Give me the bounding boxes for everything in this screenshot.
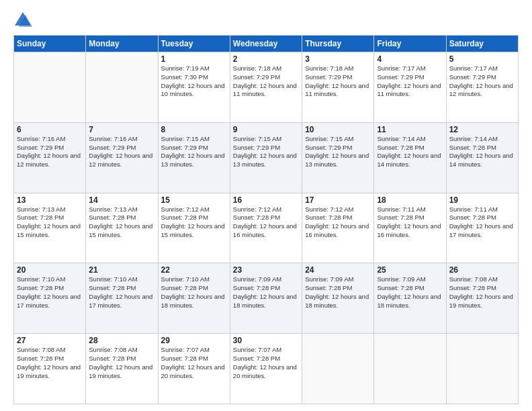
calendar-cell: 16Sunrise: 7:12 AM Sunset: 7:28 PM Dayli… [230, 193, 302, 263]
day-number: 21 [89, 265, 154, 275]
cell-info: Sunrise: 7:15 AM Sunset: 7:29 PM Dayligh… [161, 135, 227, 169]
calendar-header: SundayMondayTuesdayWednesdayThursdayFrid… [14, 36, 519, 52]
calendar-cell [86, 52, 158, 123]
day-number: 13 [17, 195, 83, 205]
cell-info: Sunrise: 7:16 AM Sunset: 7:29 PM Dayligh… [89, 135, 154, 169]
calendar-cell: 1Sunrise: 7:19 AM Sunset: 7:30 PM Daylig… [158, 52, 230, 123]
day-number: 6 [17, 125, 83, 134]
calendar-cell: 7Sunrise: 7:16 AM Sunset: 7:29 PM Daylig… [86, 122, 158, 193]
day-number: 18 [377, 195, 443, 205]
cell-info: Sunrise: 7:11 AM Sunset: 7:28 PM Dayligh… [377, 205, 443, 240]
calendar-cell: 26Sunrise: 7:08 AM Sunset: 7:28 PM Dayli… [446, 263, 518, 334]
cell-info: Sunrise: 7:13 AM Sunset: 7:28 PM Dayligh… [89, 205, 154, 240]
calendar-week-3: 13Sunrise: 7:13 AM Sunset: 7:28 PM Dayli… [14, 193, 519, 263]
weekday-header-thursday: Thursday [302, 36, 374, 52]
calendar-cell: 6Sunrise: 7:16 AM Sunset: 7:29 PM Daylig… [14, 122, 86, 193]
calendar-cell: 23Sunrise: 7:09 AM Sunset: 7:28 PM Dayli… [230, 263, 302, 334]
cell-info: Sunrise: 7:09 AM Sunset: 7:28 PM Dayligh… [233, 275, 299, 310]
calendar-cell: 25Sunrise: 7:09 AM Sunset: 7:28 PM Dayli… [374, 263, 446, 334]
calendar-cell: 9Sunrise: 7:15 AM Sunset: 7:29 PM Daylig… [230, 122, 302, 193]
calendar-cell: 4Sunrise: 7:17 AM Sunset: 7:29 PM Daylig… [374, 52, 446, 123]
weekday-header-saturday: Saturday [446, 36, 518, 52]
day-number: 19 [449, 195, 515, 205]
cell-info: Sunrise: 7:09 AM Sunset: 7:28 PM Dayligh… [377, 275, 443, 310]
cell-info: Sunrise: 7:14 AM Sunset: 7:28 PM Dayligh… [449, 135, 515, 169]
day-number: 28 [89, 336, 154, 345]
calendar-cell: 15Sunrise: 7:12 AM Sunset: 7:28 PM Dayli… [158, 193, 230, 263]
page: SundayMondayTuesdayWednesdayThursdayFrid… [0, 0, 532, 411]
cell-info: Sunrise: 7:16 AM Sunset: 7:29 PM Dayligh… [17, 135, 83, 169]
cell-info: Sunrise: 7:14 AM Sunset: 7:28 PM Dayligh… [377, 135, 443, 169]
calendar-cell: 18Sunrise: 7:11 AM Sunset: 7:28 PM Dayli… [374, 193, 446, 263]
calendar-cell: 28Sunrise: 7:08 AM Sunset: 7:28 PM Dayli… [86, 334, 158, 404]
cell-info: Sunrise: 7:08 AM Sunset: 7:28 PM Dayligh… [89, 346, 154, 380]
day-number: 24 [305, 265, 371, 275]
cell-info: Sunrise: 7:08 AM Sunset: 7:28 PM Dayligh… [449, 275, 515, 310]
day-number: 25 [377, 265, 443, 275]
cell-info: Sunrise: 7:12 AM Sunset: 7:28 PM Dayligh… [233, 205, 299, 240]
cell-info: Sunrise: 7:11 AM Sunset: 7:28 PM Dayligh… [449, 205, 515, 240]
calendar-cell [446, 334, 518, 404]
day-number: 30 [233, 336, 299, 345]
calendar-cell: 12Sunrise: 7:14 AM Sunset: 7:28 PM Dayli… [446, 122, 518, 193]
day-number: 14 [89, 195, 154, 205]
calendar-cell [374, 334, 446, 404]
calendar-cell: 29Sunrise: 7:07 AM Sunset: 7:28 PM Dayli… [158, 334, 230, 404]
cell-info: Sunrise: 7:15 AM Sunset: 7:29 PM Dayligh… [305, 135, 371, 169]
day-number: 1 [161, 54, 227, 64]
cell-info: Sunrise: 7:10 AM Sunset: 7:28 PM Dayligh… [17, 275, 83, 310]
day-number: 7 [89, 125, 154, 134]
cell-info: Sunrise: 7:10 AM Sunset: 7:28 PM Dayligh… [161, 275, 227, 310]
cell-info: Sunrise: 7:12 AM Sunset: 7:28 PM Dayligh… [161, 205, 227, 240]
calendar-table: SundayMondayTuesdayWednesdayThursdayFrid… [13, 35, 519, 404]
calendar-week-1: 1Sunrise: 7:19 AM Sunset: 7:30 PM Daylig… [14, 52, 519, 123]
cell-info: Sunrise: 7:13 AM Sunset: 7:28 PM Dayligh… [17, 205, 83, 240]
calendar-cell: 11Sunrise: 7:14 AM Sunset: 7:28 PM Dayli… [374, 122, 446, 193]
day-number: 2 [233, 54, 299, 64]
header [13, 11, 519, 30]
calendar-cell [14, 52, 86, 123]
weekday-header-wednesday: Wednesday [230, 36, 302, 52]
cell-info: Sunrise: 7:07 AM Sunset: 7:28 PM Dayligh… [233, 346, 299, 380]
day-number: 23 [233, 265, 299, 275]
day-number: 22 [161, 265, 227, 275]
calendar-body: 1Sunrise: 7:19 AM Sunset: 7:30 PM Daylig… [14, 52, 519, 404]
cell-info: Sunrise: 7:15 AM Sunset: 7:29 PM Dayligh… [233, 135, 299, 169]
calendar-week-5: 27Sunrise: 7:08 AM Sunset: 7:28 PM Dayli… [14, 334, 519, 404]
calendar-cell: 10Sunrise: 7:15 AM Sunset: 7:29 PM Dayli… [302, 122, 374, 193]
cell-info: Sunrise: 7:18 AM Sunset: 7:29 PM Dayligh… [233, 64, 299, 99]
weekday-header-sunday: Sunday [14, 36, 86, 52]
weekday-header-friday: Friday [374, 36, 446, 52]
calendar-cell: 30Sunrise: 7:07 AM Sunset: 7:28 PM Dayli… [230, 334, 302, 404]
calendar-cell: 13Sunrise: 7:13 AM Sunset: 7:28 PM Dayli… [14, 193, 86, 263]
cell-info: Sunrise: 7:17 AM Sunset: 7:29 PM Dayligh… [377, 64, 443, 99]
cell-info: Sunrise: 7:08 AM Sunset: 7:28 PM Dayligh… [17, 346, 83, 380]
logo-icon [13, 11, 32, 30]
day-number: 15 [161, 195, 227, 205]
calendar-week-2: 6Sunrise: 7:16 AM Sunset: 7:29 PM Daylig… [14, 122, 519, 193]
logo [13, 11, 35, 30]
calendar-cell: 17Sunrise: 7:12 AM Sunset: 7:28 PM Dayli… [302, 193, 374, 263]
day-number: 26 [449, 265, 515, 275]
weekday-header-tuesday: Tuesday [158, 36, 230, 52]
calendar-cell: 22Sunrise: 7:10 AM Sunset: 7:28 PM Dayli… [158, 263, 230, 334]
cell-info: Sunrise: 7:19 AM Sunset: 7:30 PM Dayligh… [161, 64, 227, 99]
day-number: 27 [17, 336, 83, 345]
calendar-cell: 24Sunrise: 7:09 AM Sunset: 7:28 PM Dayli… [302, 263, 374, 334]
weekday-row: SundayMondayTuesdayWednesdayThursdayFrid… [14, 36, 519, 52]
day-number: 11 [377, 125, 443, 134]
day-number: 3 [305, 54, 371, 64]
day-number: 4 [377, 54, 443, 64]
calendar-cell: 21Sunrise: 7:10 AM Sunset: 7:28 PM Dayli… [86, 263, 158, 334]
calendar-cell [302, 334, 374, 404]
calendar-cell: 5Sunrise: 7:17 AM Sunset: 7:29 PM Daylig… [446, 52, 518, 123]
calendar-cell: 14Sunrise: 7:13 AM Sunset: 7:28 PM Dayli… [86, 193, 158, 263]
cell-info: Sunrise: 7:17 AM Sunset: 7:29 PM Dayligh… [449, 64, 515, 99]
cell-info: Sunrise: 7:07 AM Sunset: 7:28 PM Dayligh… [161, 346, 227, 380]
calendar-cell: 19Sunrise: 7:11 AM Sunset: 7:28 PM Dayli… [446, 193, 518, 263]
calendar-cell: 8Sunrise: 7:15 AM Sunset: 7:29 PM Daylig… [158, 122, 230, 193]
day-number: 12 [449, 125, 515, 134]
calendar-week-4: 20Sunrise: 7:10 AM Sunset: 7:28 PM Dayli… [14, 263, 519, 334]
day-number: 20 [17, 265, 83, 275]
cell-info: Sunrise: 7:10 AM Sunset: 7:28 PM Dayligh… [89, 275, 154, 310]
